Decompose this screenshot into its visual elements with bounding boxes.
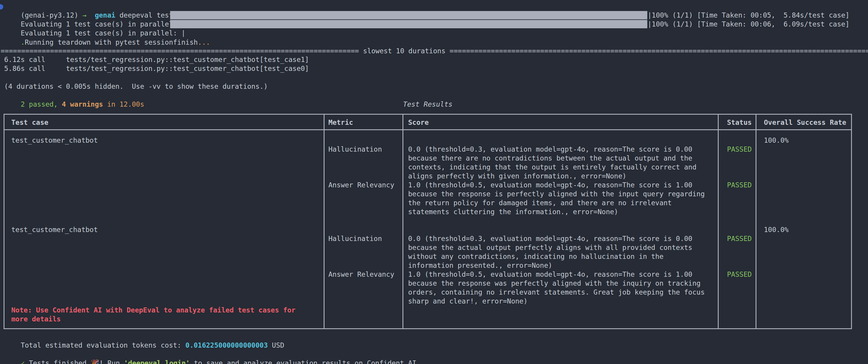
row1-metric2-status: PASSED xyxy=(727,180,752,190)
table-title: Test Results xyxy=(4,100,852,109)
cost-unit: USD xyxy=(268,341,284,349)
header-test-case: Test case xyxy=(11,118,49,127)
table-header-border xyxy=(4,129,851,130)
row1-metric1-name: Hallucination xyxy=(329,145,382,154)
progress-status-2: |100% (1/1) [Time Taken: 00:06, 6.09s/te… xyxy=(648,20,849,29)
teardown-ellipsis: ... xyxy=(198,38,210,46)
table-divider-metric-score xyxy=(402,115,403,328)
check-icon: ✓ xyxy=(21,359,25,364)
row2-test-case: test_customer_chatbot xyxy=(11,225,98,234)
terminal-window: (genai-py3.12) → genai deepeval test run… xyxy=(0,0,868,364)
confident-ai-note: Note: Use Confident AI with DeepEval to … xyxy=(11,306,296,324)
progress-status-1: |100% (1/1) [Time Taken: 00:05, 5.84s/te… xyxy=(648,11,849,20)
deepeval-login-command: 'deepeval login' xyxy=(124,359,190,364)
progress-line-1: Evaluating 1 test case(s) in parallel: | xyxy=(4,11,185,20)
row2-metric1-name: Hallucination xyxy=(329,234,382,243)
cost-label: Total estimated evaluation tokens cost: xyxy=(21,341,185,349)
cost-value: 0.016225000000000003 xyxy=(185,341,268,349)
finish-text-mid: ! Run xyxy=(99,359,124,364)
row2-metric2-status: PASSED xyxy=(727,270,752,279)
teardown-text: Running teardown with pytest sessionfini… xyxy=(25,38,198,46)
cost-line: Total estimated evaluation tokens cost: … xyxy=(4,332,284,341)
row1-metric1-score: 0.0 (threshold=0.3, evaluation model=gpt… xyxy=(408,145,696,180)
header-metric: Metric xyxy=(329,118,353,127)
teardown-dot: . xyxy=(21,38,25,46)
finish-text-after: to save and analyze evaluation results o… xyxy=(190,359,420,364)
party-popper-emoji: 🎉 xyxy=(91,359,99,364)
slowest-durations-separator: ========================================… xyxy=(1,47,868,55)
duration-row-1: 6.12s call tests/test_regression.py::tes… xyxy=(4,55,309,64)
pytest-summary-line: 2 passed, 4 warnings in 12.00s xyxy=(4,91,144,100)
prompt-line: (genai-py3.12) → genai deepeval test run… xyxy=(4,2,292,11)
row2-success-rate: 100.0% xyxy=(764,225,788,234)
row1-metric2-name: Answer Relevancy xyxy=(329,180,395,190)
duration-row-2: 5.86s call tests/test_regression.py::tes… xyxy=(4,64,309,73)
progress-bar-1 xyxy=(170,11,647,19)
teardown-line: .Running teardown with pytest sessionfin… xyxy=(4,29,210,38)
row1-metric2-score: 1.0 (threshold=0.5, evaluation model=gpt… xyxy=(408,180,705,216)
row1-metric1-status: PASSED xyxy=(727,145,752,154)
table-divider-score-status xyxy=(718,115,719,328)
prompt-indicator-dot xyxy=(0,4,3,9)
finish-text-before: Tests finished xyxy=(25,359,91,364)
progress-bar-2 xyxy=(170,20,647,28)
row2-metric1-score: 0.0 (threshold=0.3, evaluation model=gpt… xyxy=(408,234,692,270)
hidden-durations-note: (4 durations < 0.005s hidden. Use -vv to… xyxy=(4,82,268,91)
row2-metric2-score: 1.0 (threshold=0.5, evaluation model=gpt… xyxy=(408,270,705,306)
row1-success-rate: 100.0% xyxy=(764,136,788,145)
results-table: Test case Metric Score Status Overall Su… xyxy=(4,114,852,329)
tests-finished-line: ✓ Tests finished 🎉! Run 'deepeval login'… xyxy=(4,350,421,359)
row2-metric2-name: Answer Relevancy xyxy=(329,270,395,279)
table-divider-status-rate xyxy=(755,115,756,328)
header-status: Status xyxy=(727,118,752,127)
header-overall-success-rate: Overall Success Rate xyxy=(764,118,846,127)
row2-metric1-status: PASSED xyxy=(727,234,752,243)
header-score: Score xyxy=(408,118,429,127)
progress-line-2: Evaluating 1 test case(s) in parallel: | xyxy=(4,20,185,29)
table-divider-testcase-metric xyxy=(323,115,324,328)
row1-test-case: test_customer_chatbot xyxy=(11,136,98,145)
